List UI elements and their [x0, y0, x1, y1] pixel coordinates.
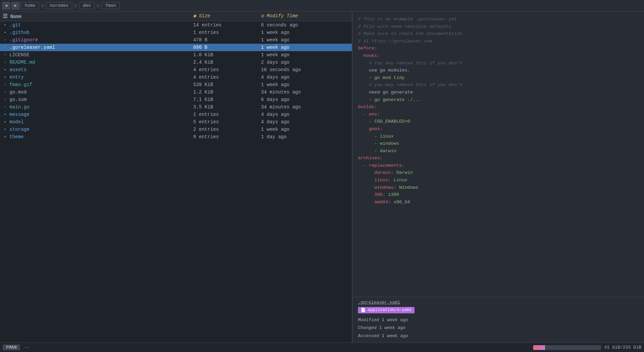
- file-name-cell: ▫ README.md: [3, 60, 193, 65]
- preview-line: linux: Linux: [358, 177, 639, 184]
- status-right: 41 GiB/233 GiB: [533, 345, 641, 350]
- back-button[interactable]: ◀: [2, 2, 10, 9]
- preview-line: # at https://goreleaser.com: [358, 38, 639, 45]
- file-size: 14 entries: [193, 22, 261, 28]
- file-row[interactable]: ▪ entry 4 entries 4 days ago: [0, 74, 352, 81]
- file-name-label: model: [9, 119, 24, 125]
- file-size: 7.1 KiB: [193, 97, 261, 102]
- mime-type: application/x-yaml: [368, 308, 412, 312]
- file-type-icon: ▫: [3, 45, 7, 50]
- file-size: 2.4 KiB: [193, 60, 261, 65]
- preview-line: hooks:: [358, 52, 639, 60]
- preview-content: # This is an example .goreleaser.yml# fi…: [353, 12, 644, 297]
- preview-filename: .goreleaser.yaml: [358, 300, 639, 305]
- file-size: 9 entries: [193, 134, 261, 140]
- file-row[interactable]: ▫ main.go 3.5 KiB 34 minutes ago: [0, 103, 352, 111]
- forward-button[interactable]: ▶: [12, 2, 20, 9]
- preview-line: - linux: [358, 133, 639, 140]
- file-row[interactable]: ▪ .github 1 entries 1 week ago: [0, 29, 352, 36]
- file-size: 520 KiB: [193, 82, 261, 87]
- file-type-icon: ▪: [3, 75, 7, 80]
- file-name-cell: ▫ go.mod: [3, 89, 193, 95]
- file-size: 4 entries: [193, 67, 261, 73]
- preview-line: - CGO_ENABLED=0: [358, 118, 639, 125]
- file-time: 1 week ago: [261, 127, 349, 132]
- nav-sep-2: ⊙: [74, 2, 78, 9]
- status-mode: --: [24, 345, 29, 350]
- file-list[interactable]: ▪ .git 14 entries 6 seconds ago ▪ .githu…: [0, 21, 352, 343]
- file-time: 4 days ago: [261, 119, 349, 125]
- file-row[interactable]: ▪ model 5 entries 4 days ago: [0, 118, 352, 126]
- file-row[interactable]: ▪ theme 9 entries 1 day ago: [0, 133, 352, 141]
- file-time: 1 week ago: [261, 82, 349, 87]
- file-time: 1 week ago: [261, 37, 349, 43]
- file-name-cell: ▪ message: [3, 112, 193, 117]
- file-time: 6 days ago: [261, 97, 349, 102]
- preview-line: # you may remove this if you don't: [358, 81, 639, 89]
- col-header-size[interactable]: ◉ Size: [193, 13, 261, 20]
- file-size: 478 B: [193, 37, 261, 43]
- file-name-label: message: [9, 112, 29, 117]
- file-size: 1 entries: [193, 112, 261, 117]
- file-size: 3.5 KiB: [193, 104, 261, 110]
- preview-footer: .goreleaser.yaml 📄 application/x-yaml Mo…: [353, 297, 644, 343]
- file-name-label: assets: [9, 67, 26, 73]
- file-time: 4 days ago: [261, 112, 349, 117]
- file-row[interactable]: ▪ message 1 entries 4 days ago: [0, 111, 352, 118]
- file-name-label: fman.gif: [9, 82, 32, 87]
- file-type-icon: ▪: [3, 120, 7, 124]
- menu-icon[interactable]: ☰: [3, 14, 7, 20]
- file-time: 1 day ago: [261, 134, 349, 140]
- file-row[interactable]: ▫ fman.gif 520 KiB 1 week ago: [0, 81, 352, 88]
- file-time: 1 week ago: [261, 52, 349, 58]
- preview-line: - env:: [358, 111, 639, 118]
- preview-line: - windows: [358, 140, 639, 147]
- file-name-label: go.mod: [9, 89, 26, 95]
- file-name-label: entry: [9, 75, 24, 80]
- file-name-label: go.sum: [9, 97, 26, 102]
- preview-line: use go modules.: [358, 67, 639, 74]
- file-name-label: main.go: [9, 104, 29, 110]
- file-name-label: .git: [9, 22, 21, 28]
- breadcrumb-home[interactable]: home: [21, 2, 39, 9]
- file-name-cell: ▫ .gitignore: [3, 37, 193, 43]
- preview-line: # This is an example .goreleaser.yml: [358, 16, 639, 23]
- file-name-label: .gitignore: [9, 37, 38, 43]
- breadcrumb-fman[interactable]: fman: [102, 2, 120, 9]
- col-header-modify[interactable]: ◎ Modify Time: [261, 13, 349, 20]
- preview-line: - go mod tidy: [358, 74, 639, 82]
- breadcrumb-noredev[interactable]: noredev: [46, 2, 72, 9]
- mime-icon: 📄: [361, 308, 366, 313]
- preview-line: goos:: [358, 125, 639, 133]
- file-row[interactable]: ▫ README.md 2.4 KiB 2 days ago: [0, 59, 352, 66]
- preview-line: darwin: Darwin: [358, 169, 639, 177]
- file-type-icon: ▪: [3, 134, 7, 139]
- file-row[interactable]: ▫ go.mod 1.2 KiB 34 minutes ago: [0, 88, 352, 96]
- preview-line: 386: i386: [358, 191, 639, 199]
- file-type-icon: ▫: [3, 97, 7, 102]
- file-name-cell: ▫ LICENSE: [3, 52, 193, 58]
- file-type-icon: ▪: [3, 112, 7, 117]
- preview-line: - darwin: [358, 147, 639, 155]
- file-row[interactable]: ▫ .goreleaser.yaml 886 B 1 week ago: [0, 44, 352, 51]
- file-row[interactable]: ▪ .git 14 entries 6 seconds ago: [0, 21, 352, 29]
- file-row[interactable]: ▪ storage 2 entries 1 week ago: [0, 126, 352, 133]
- file-meta: Modified 1 week ago Changed 1 week ago A…: [358, 316, 639, 340]
- file-name-cell: ▪ .git: [3, 22, 193, 28]
- breadcrumb-dev[interactable]: dev: [79, 2, 95, 9]
- file-size: 5 entries: [193, 119, 261, 125]
- file-type-icon: ▫: [3, 82, 7, 87]
- file-row[interactable]: ▪ assets 4 entries 10 seconds ago: [0, 66, 352, 74]
- file-type-icon: ▫: [3, 38, 7, 42]
- preview-line: archives:: [358, 154, 639, 162]
- file-row[interactable]: ▫ go.sum 7.1 KiB 6 days ago: [0, 96, 352, 103]
- file-type-icon: ▪: [3, 23, 7, 27]
- file-row[interactable]: ▫ .gitignore 478 B 1 week ago: [0, 36, 352, 44]
- file-row[interactable]: ▫ LICENSE 1.0 KiB 1 week ago: [0, 51, 352, 59]
- col-header-name: ☰ Name: [3, 13, 193, 20]
- nav-bar: ◀ ▶ home ⊙ noredev ⊙ dev ⊙ fman: [0, 0, 644, 12]
- preview-line: windows: Windows: [358, 184, 639, 191]
- file-size: 4 entries: [193, 75, 261, 80]
- file-type-icon: ▪: [3, 30, 7, 35]
- file-name-cell: ▫ main.go: [3, 104, 193, 110]
